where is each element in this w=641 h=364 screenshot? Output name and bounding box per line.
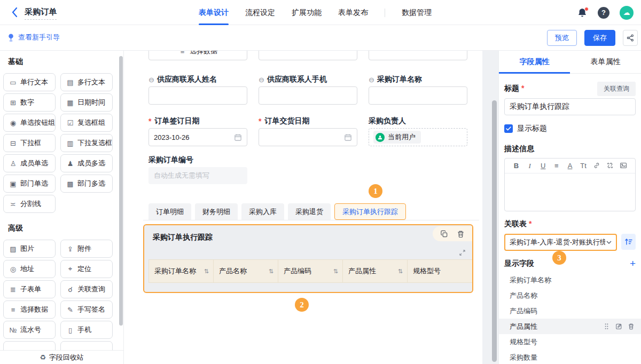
table-column-4[interactable]: 产品属性⇅ — [342, 259, 407, 283]
drag-handle-icon[interactable] — [603, 323, 610, 330]
avatar[interactable]: ☁ — [620, 6, 634, 20]
detail-tab-2[interactable]: 财务明细 — [195, 203, 238, 220]
link-table-select[interactable]: 采购订单-入库-退货-对账执行统计 — [504, 234, 617, 251]
sort-icon[interactable]: ⇅ — [398, 268, 403, 275]
show-title-checkbox-row[interactable]: 显示标题 — [504, 124, 636, 133]
nav-tab-1[interactable]: 表单设计 — [199, 0, 229, 25]
nav-tab-4[interactable]: 表单发布 — [338, 0, 368, 25]
description-editor[interactable]: BIU≡ATt — [504, 158, 636, 211]
sign-date-input[interactable]: 2023-10-26 — [148, 128, 247, 146]
italic-icon[interactable]: I — [523, 162, 536, 170]
field-type-button-dropdown[interactable]: ⊟下拉框 — [3, 134, 56, 152]
order-no-field[interactable]: 自动生成无需填写 — [148, 167, 247, 184]
align-icon[interactable]: ≡ — [550, 162, 563, 170]
field-type-button-member-single[interactable]: ♙成员单选 — [3, 154, 56, 172]
field-type-button-single-line-text[interactable]: ▭单行文本 — [3, 73, 56, 91]
display-field-item-2[interactable]: 产品名称 — [499, 288, 641, 303]
field-type-button-member-multi[interactable]: ♟成员多选 — [60, 154, 113, 172]
inspector-tab-2[interactable]: 表单属性 — [570, 51, 641, 73]
purchase-owner-field[interactable]: 当前用户 — [369, 128, 467, 146]
field-type-button-dept-multi[interactable]: ▩部门多选 — [60, 175, 113, 193]
table-column-5[interactable]: 规格型号⇅ — [407, 259, 473, 283]
field-type-button-radio-group[interactable]: ◉单选按钮组 — [3, 114, 56, 132]
display-field-item-1[interactable]: 采购订单名称 — [499, 272, 641, 288]
sort-icon[interactable]: ⇅ — [333, 268, 338, 275]
sort-icon[interactable]: ⇅ — [204, 268, 209, 275]
detail-tab-4[interactable]: 采购退货 — [288, 203, 331, 220]
share-button[interactable] — [623, 30, 638, 46]
field-type-button-partial[interactable] — [3, 341, 56, 350]
current-user-chip[interactable]: 当前用户 — [373, 131, 421, 144]
field-type-button-divider[interactable]: ≍分割线 — [3, 195, 56, 213]
field-type-button-location[interactable]: ⌖定位 — [60, 260, 113, 278]
nav-tab-5[interactable]: 数据管理 — [402, 0, 432, 25]
field-type-label: 手写签名 — [77, 305, 105, 314]
display-field-item-5[interactable]: 规格型号 — [499, 334, 641, 350]
field-type-button-image[interactable]: ▨图片 — [3, 240, 56, 258]
link-icon[interactable] — [590, 162, 604, 170]
field-type-button-multi-line-text[interactable]: ▤多行文本 — [60, 73, 113, 91]
editor-body[interactable] — [505, 173, 635, 211]
field-type-button-subform[interactable]: ≣子表单 — [3, 280, 56, 298]
field-type-button-address[interactable]: ◎地址 — [3, 260, 56, 278]
form-title[interactable]: 采购订单 — [25, 7, 57, 20]
copy-icon[interactable] — [440, 230, 448, 238]
field-type-button-datetime[interactable]: ▦日期时间 — [60, 93, 113, 112]
tracking-panel[interactable]: 采购订单执行跟踪 采购订单名称⇅产品名称⇅产品编码⇅产品属性⇅规格型号⇅ — [143, 224, 473, 293]
sort-icon[interactable]: ⇅ — [269, 268, 273, 275]
canvas-scrollbar[interactable] — [492, 100, 497, 362]
field-type-button-number[interactable]: ⊞数字 — [3, 93, 56, 112]
help-icon[interactable]: ? — [598, 7, 609, 19]
field-type-button-dropdown-multi[interactable]: ▥下拉复选框 — [60, 134, 113, 152]
table-column-2[interactable]: 产品名称⇅ — [213, 259, 278, 283]
font-color-icon[interactable]: A — [563, 162, 576, 170]
delete-icon[interactable] — [457, 230, 465, 238]
detail-tab-3[interactable]: 采购入库 — [241, 203, 284, 220]
field-type-button-checkbox-group[interactable]: ☑复选框组 — [60, 114, 113, 132]
nav-tab-2[interactable]: 流程设定 — [245, 0, 275, 25]
detail-tab-1[interactable]: 订单明细 — [148, 203, 191, 220]
inspector-tab-1[interactable]: 字段属性 — [499, 51, 570, 73]
field-type-button-lookup[interactable]: ☌关联查询 — [60, 280, 113, 298]
checkbox-checked-icon[interactable] — [504, 124, 513, 133]
field-input[interactable] — [259, 51, 357, 60]
field-order-config-button[interactable] — [621, 234, 636, 250]
field-input[interactable] — [148, 86, 247, 105]
field-recycle-bin[interactable]: ♻ 字段回收站 — [0, 350, 123, 364]
field-input[interactable] — [369, 51, 467, 60]
underline-icon[interactable]: U — [536, 162, 550, 170]
add-field-icon[interactable]: + — [630, 259, 636, 268]
expand-icon[interactable] — [459, 249, 466, 256]
field-type-button-serial-number[interactable]: №流水号 — [3, 321, 56, 339]
field-input[interactable] — [369, 86, 467, 105]
back-icon[interactable] — [11, 7, 18, 18]
field-type-button-signature[interactable]: ✎手写签名 — [60, 300, 113, 319]
insert-image-icon[interactable] — [617, 162, 630, 170]
beginner-guide-link[interactable]: 查看新手引导 — [7, 33, 60, 42]
edit-icon[interactable] — [615, 323, 622, 330]
nav-tab-3[interactable]: 扩展功能 — [292, 0, 322, 25]
title-input[interactable] — [504, 98, 636, 115]
font-size-icon[interactable]: Tt — [577, 162, 590, 170]
bold-icon[interactable]: B — [510, 162, 523, 170]
palette-scrollbar[interactable] — [119, 56, 123, 326]
table-column-3[interactable]: 产品编码⇅ — [278, 259, 342, 283]
table-column-1[interactable]: 采购订单名称⇅ — [148, 259, 213, 283]
display-field-item-3[interactable]: 产品编码 — [499, 303, 641, 319]
field-type-button-select-data[interactable]: ≡选择数据 — [3, 300, 56, 319]
trash-icon[interactable] — [628, 323, 635, 330]
field-type-button-attachment[interactable]: ⇪附件 — [60, 240, 113, 258]
detail-tab-5[interactable]: 采购订单执行跟踪 — [334, 203, 406, 220]
unlink-icon[interactable] — [604, 162, 617, 170]
field-type-button-partial[interactable] — [60, 341, 113, 350]
field-type-button-dept-single[interactable]: ▣部门单选 — [3, 175, 56, 193]
select-data-field[interactable]: ≡ 选择数据 — [148, 51, 247, 60]
notification-bell-icon[interactable] — [577, 7, 588, 18]
preview-button[interactable]: 预览 — [547, 30, 577, 46]
save-button[interactable]: 保存 — [584, 30, 615, 46]
field-type-button-phone[interactable]: ▯手机 — [60, 321, 113, 339]
delivery-date-input[interactable] — [259, 128, 357, 146]
display-field-item-4[interactable]: 产品属性 — [499, 319, 641, 334]
field-input[interactable] — [259, 86, 357, 105]
display-field-item-6[interactable]: 采购数量 — [499, 350, 641, 364]
